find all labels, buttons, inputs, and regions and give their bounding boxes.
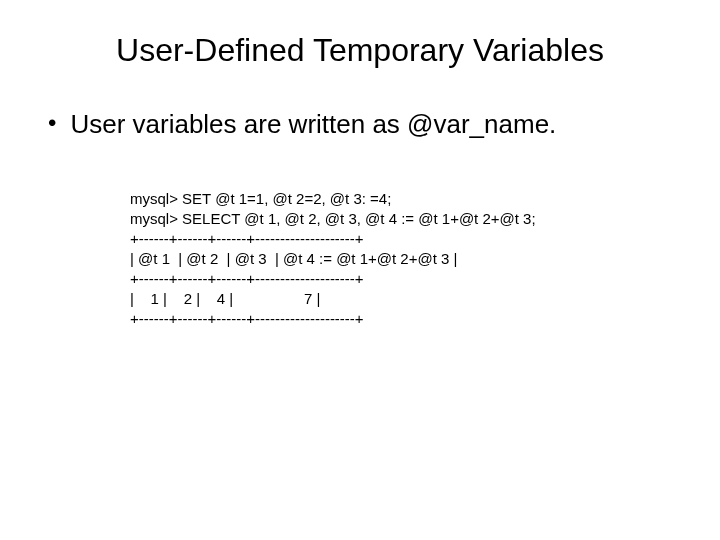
code-line: | @t 1 | @t 2 | @t 3 | @t 4 := @t 1+@t 2… [130,250,457,267]
code-line: | 1 | 2 | 4 | 7 | [130,290,320,307]
code-line: +------+------+------+------------------… [130,230,364,247]
code-line: mysql> SET @t 1=1, @t 2=2, @t 3: =4; [130,190,391,207]
bullet-text: User variables are written as @var_name. [70,109,556,139]
bullet-icon: • [48,109,56,137]
code-block: mysql> SET @t 1=1, @t 2=2, @t 3: =4; mys… [40,189,680,329]
code-line: +------+------+------+------------------… [130,310,364,327]
bullet-item: • User variables are written as @var_nam… [40,109,680,139]
slide-title: User-Defined Temporary Variables [40,32,680,69]
code-line: +------+------+------+------------------… [130,270,364,287]
code-line: mysql> SELECT @t 1, @t 2, @t 3, @t 4 := … [130,210,536,227]
